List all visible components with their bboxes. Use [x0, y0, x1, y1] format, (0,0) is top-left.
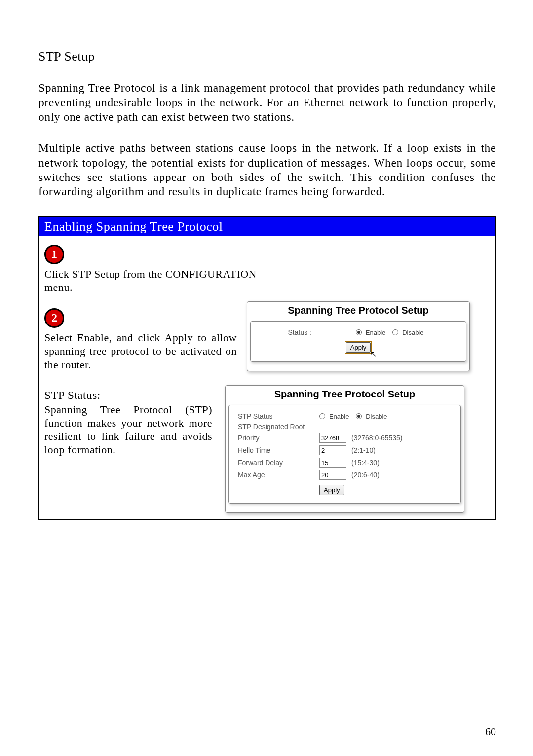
- apply-button-1[interactable]: Apply: [346, 342, 371, 353]
- cursor-icon: ↖: [370, 349, 377, 359]
- status-enable-radio[interactable]: [356, 329, 362, 335]
- step-badge-1: 1: [44, 245, 64, 264]
- designated-root-label: STP Designated Root: [238, 423, 319, 431]
- status-row: Status : Enable Disable: [288, 328, 429, 336]
- stp-status-paragraph: Spanning Tree Protocol (STP) function ma…: [44, 403, 212, 456]
- hello-time-input[interactable]: [319, 445, 346, 455]
- step-1-text: Click STP Setup from the CONFIGURATION m…: [44, 267, 257, 294]
- status-disable-label: Disable: [402, 329, 423, 336]
- row-designated-root: STP Designated Root: [238, 423, 453, 431]
- status-disable-radio[interactable]: [392, 329, 398, 335]
- row-priority: Priority (32768:0-65535): [238, 433, 453, 443]
- stp-status-label: STP Status: [238, 412, 319, 420]
- max-age-input[interactable]: [319, 470, 346, 480]
- forward-delay-input[interactable]: [319, 458, 346, 468]
- max-age-hint: (20:6-40): [351, 471, 380, 479]
- stp-status-enable-radio[interactable]: [319, 413, 325, 419]
- forward-delay-label: Forward Delay: [238, 459, 319, 467]
- intro-paragraph-1: Spanning Tree Protocol is a link managem…: [38, 81, 496, 124]
- page-number: 60: [485, 725, 496, 738]
- row-stp-status: STP Status Enable Disable: [238, 412, 453, 420]
- status-label: Status :: [288, 328, 311, 336]
- procedure-title: Enabling Spanning Tree Protocol: [39, 217, 495, 236]
- priority-hint: (32768:0-65535): [351, 434, 403, 442]
- section-heading: STP Setup: [38, 49, 496, 64]
- step-1: 1 Click STP Setup from the CONFIGURATION…: [44, 245, 490, 294]
- stp-status-heading: STP Status:: [44, 389, 212, 402]
- stp-status-enable-label: Enable: [329, 413, 349, 420]
- intro-paragraph-2: Multiple active paths between stations c…: [38, 141, 496, 199]
- stp-panel-1-title: Spanning Tree Protocol Setup: [250, 302, 466, 321]
- stp-panel-1-inner: Status : Enable Disable Apply ↖: [250, 321, 466, 362]
- status-enable-label: Enable: [366, 329, 385, 336]
- step-2-text: Select Enable, and click Apply to allow …: [44, 331, 237, 372]
- apply-button-wrap-1: Apply ↖: [345, 341, 372, 354]
- row-forward-delay: Forward Delay (15:4-30): [238, 458, 453, 468]
- stp-panel-2-title: Spanning Tree Protocol Setup: [228, 386, 461, 405]
- row-hello-time: Hello Time (2:1-10): [238, 445, 453, 455]
- forward-delay-hint: (15:4-30): [351, 459, 380, 467]
- stp-status-disable-radio[interactable]: [356, 413, 362, 419]
- stp-setup-panel-2: Spanning Tree Protocol Setup STP Status …: [225, 385, 464, 513]
- priority-input[interactable]: [319, 433, 346, 443]
- procedure-box: Enabling Spanning Tree Protocol 1 Click …: [38, 216, 496, 520]
- apply-button-2[interactable]: Apply: [319, 485, 344, 495]
- max-age-label: Max Age: [238, 471, 319, 479]
- step-badge-2: 2: [44, 308, 64, 328]
- hello-time-label: Hello Time: [238, 446, 319, 454]
- stp-setup-panel-1: Spanning Tree Protocol Setup Status : En…: [247, 301, 470, 371]
- stp-status-disable-label: Disable: [366, 413, 387, 420]
- step-2-row: 2 Select Enable, and click Apply to allo…: [44, 308, 490, 372]
- stp-status-row: STP Status: Spanning Tree Protocol (STP)…: [44, 389, 490, 513]
- priority-label: Priority: [238, 434, 319, 442]
- stp-panel-2-inner: STP Status Enable Disable STP Designated…: [228, 405, 461, 504]
- hello-time-hint: (2:1-10): [351, 446, 376, 454]
- row-max-age: Max Age (20:6-40): [238, 470, 453, 480]
